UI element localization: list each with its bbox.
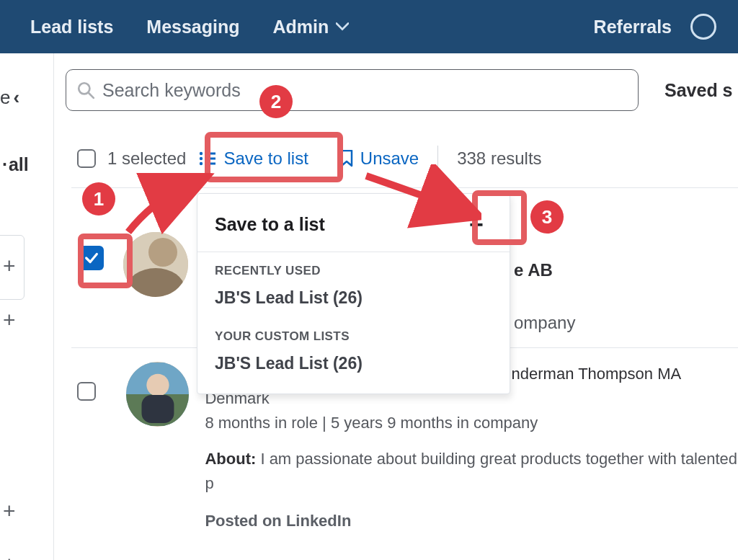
nav-messaging[interactable]: Messaging [146,17,239,37]
row2-tenure: 8 months in role | 5 years 9 months in c… [205,411,738,435]
svg-line-1 [89,93,94,98]
result-row-1[interactable] [73,232,204,297]
svg-point-13 [146,374,169,396]
company-tail: ompany [514,313,575,333]
svg-point-4 [200,157,203,160]
annotation-badge-3: 3 [530,200,564,234]
top-nav: Lead lists Messaging Admin Referrals [0,0,738,53]
select-all-checkbox[interactable] [77,149,96,168]
nav-admin[interactable]: Admin [273,17,350,37]
svg-point-9 [148,238,177,267]
row1-checkbox-checked[interactable] [79,246,104,270]
chevron-down-icon [336,22,349,31]
avatar[interactable] [123,232,188,297]
avatar[interactable] [126,362,190,427]
unsave-button[interactable]: Unsave [340,148,419,169]
svg-rect-7 [205,163,215,165]
save-to-list-button[interactable]: Save to list [192,141,321,176]
search-icon [76,81,95,99]
section-recent: RECENTLY USED [197,252,510,283]
divider [71,187,738,188]
bookmark-icon [340,150,353,167]
list-option-recent-1[interactable]: JB'S Lead List (26) [197,283,510,318]
section-custom: YOUR CUSTOM LISTS [197,318,510,348]
nav-admin-label: Admin [273,17,329,37]
side-plus-3[interactable]: + [3,500,16,522]
svg-point-6 [200,162,203,165]
side-plus-4[interactable]: + [3,554,16,560]
nav-referrals[interactable]: Referrals [594,17,672,37]
dropdown-title: Save to a list [215,214,325,235]
svg-rect-14 [141,395,174,423]
selected-count: 1 selected [107,148,186,169]
nav-lead-lists[interactable]: Lead lists [30,17,113,37]
fragment-e: e‹ [0,86,19,109]
results-count: 338 results [457,148,541,169]
svg-point-2 [200,152,203,155]
chevron-left-icon[interactable]: ‹ [13,86,19,108]
create-list-button[interactable]: + [461,208,492,240]
fragment-all[interactable]: ·all [2,154,29,175]
row2-about: I am passionate about building great pro… [205,450,737,492]
help-icon[interactable] [690,14,716,40]
check-icon [84,250,99,266]
left-sidebar: e‹ ·all + + + + [0,53,54,560]
saved-searches-link[interactable]: Saved s [664,80,733,101]
list-icon [199,151,216,166]
row2-posted: Posted on LinkedIn [205,509,738,533]
svg-rect-5 [205,158,215,160]
main-content: Search keywords Saved s 1 selected Save … [54,53,738,560]
side-plus-1[interactable]: + [3,255,16,277]
annotation-badge-1: 1 [82,182,115,215]
separator [437,146,438,172]
row2-checkbox[interactable] [77,382,96,401]
save-to-list-dropdown: Save to a list + RECENTLY USED JB'S Lead… [197,193,510,394]
results-toolbar: 1 selected Save to list Unsave 338 resul… [77,141,738,176]
annotation-badge-2: 2 [259,85,293,118]
list-option-custom-1[interactable]: JB'S Lead List (26) [197,348,510,383]
search-input[interactable]: Search keywords [66,69,639,111]
company-suffix: e AB [514,260,553,280]
side-plus-2[interactable]: + [3,309,16,331]
svg-rect-3 [205,153,215,155]
about-label: About: [205,450,256,468]
search-placeholder: Search keywords [102,80,241,101]
